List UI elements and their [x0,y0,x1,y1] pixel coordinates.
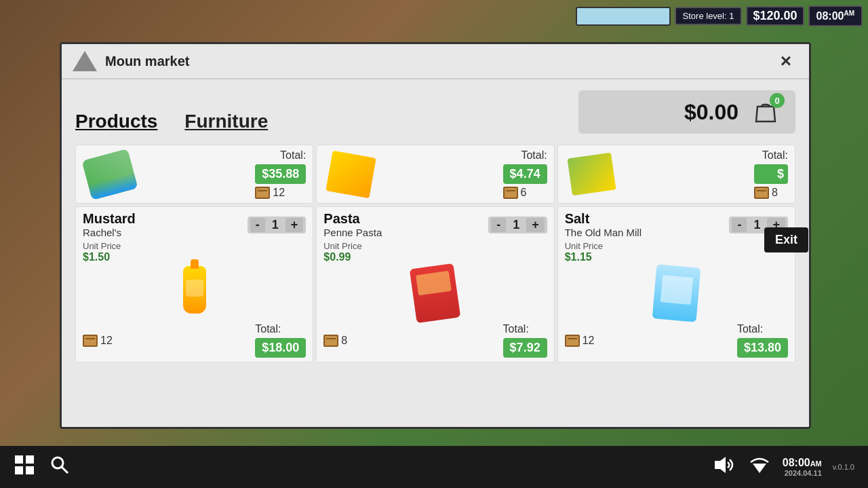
salt-footer: 12 Total: $13.80 [565,323,788,358]
wifi-icon [747,453,772,482]
total-value-top3: $ [754,164,788,184]
salt-unit-label: Unit Price [565,241,603,251]
mustard-unit-price: Unit Price $1.50 [83,241,121,263]
pasta-image-section [323,266,547,320]
stock-row-top2: 6 [503,187,547,199]
product-image-top3 [565,151,619,198]
pasta-total-section: Total: $7.92 [503,323,547,358]
product-card-pasta: Pasta Penne Pasta - 1 + Unit Price $0.99 [316,206,554,362]
salt-price-section: Unit Price $1.15 [565,241,788,263]
window-content: Products Furniture $0.00 0 [62,79,809,427]
hud-time: 08:00AM [808,5,863,26]
grid-icon[interactable] [14,454,35,481]
product-image-top2 [323,151,378,198]
cart-icon-wrap[interactable]: 0 [749,96,782,128]
pasta-name: Pasta [323,211,382,227]
pasta-qty: 1 [506,218,526,232]
hud-store-level: Store level: 1 [683,11,734,21]
pasta-minus-button[interactable]: - [491,218,506,232]
tabs-left: Products Furniture [75,111,268,134]
pasta-total-label: Total: [503,323,547,335]
pasta-plus-button[interactable]: + [526,218,545,232]
pasta-unit-price: Unit Price $0.99 [323,241,361,263]
title-bar-left: Moun market [73,49,189,73]
products-grid: Total: $35.88 12 Total: [75,145,795,362]
svg-line-5 [62,467,68,473]
pasta-total-value: $7.92 [503,338,547,358]
main-window: Moun market × Products Furniture $0.00 0 [60,42,811,429]
svg-marker-7 [753,464,766,473]
window-title: Moun market [105,54,189,69]
mustard-header: Mustard Rachel's - 1 + [83,211,306,238]
mustard-minus-button[interactable]: - [250,218,265,232]
salt-names: Salt The Old Man Mill [565,211,642,238]
box-icon-top3 [754,187,769,199]
salt-header: Salt The Old Man Mill - 1 + [565,211,788,238]
total-label-top1: Total: [255,149,306,162]
pasta-footer: 8 Total: $7.92 [323,323,547,358]
box-icon-top1 [255,187,270,199]
store-icon [73,49,97,73]
pasta-header: Pasta Penne Pasta - 1 + [323,211,547,238]
svg-point-4 [52,457,63,468]
card-bottom-pasta: Pasta Penne Pasta - 1 + Unit Price $0.99 [317,207,553,362]
hud-store-info: Store level: 1 [675,7,743,25]
yellow-top-image [568,153,616,196]
mustard-total-value: $18.00 [255,338,306,358]
mustard-box-icon [83,335,98,347]
taskbar-left [14,454,71,481]
stock-count-top1: 12 [273,187,285,199]
mustard-footer: 12 Total: $18.00 [83,323,306,358]
svg-rect-3 [26,466,34,474]
cart-total: $0.00 [684,100,738,125]
title-bar: Moun market × [62,44,809,79]
salt-brand: The Old Man Mill [565,227,642,238]
salt-unit-price: Unit Price $1.15 [565,241,603,263]
pasta-brand: Penne Pasta [323,227,382,238]
hud: Store level: 1 $120.00 08:00AM [576,5,863,26]
mustard-bottle [183,266,206,314]
card-bottom-mustard: Mustard Rachel's - 1 + Unit Price $1.50 [76,207,313,362]
pasta-box-icon [323,335,338,347]
mustard-total-section: Total: $18.00 [255,323,306,358]
salad-image [81,148,138,200]
salt-minus-button[interactable]: - [732,218,747,232]
stock-row-top3: 8 [754,187,788,199]
box-icon-top2 [503,187,518,199]
mustard-total-label: Total: [255,323,306,335]
search-icon[interactable] [49,454,71,481]
mustard-unit-label: Unit Price [83,241,121,251]
product-card-top1: Total: $35.88 12 [75,145,313,204]
product-card-top3: Total: $ 8 [557,145,795,204]
salt-box-icon [565,335,580,347]
mustard-image [178,266,212,320]
card-bottom-salt: Salt The Old Man Mill - 1 + Unit Price $… [558,207,795,362]
card-top2: Total: $4.74 6 [317,145,553,203]
pasta-stock: 8 [341,335,347,347]
mustard-names: Mustard Rachel's [83,211,136,238]
pasta-unit-label: Unit Price [323,241,361,251]
tab-products[interactable]: Products [75,111,157,134]
svg-rect-0 [15,455,23,464]
mustard-stock: 12 [100,335,113,347]
hud-money: $120.00 [746,6,804,26]
pasta-price-section: Unit Price $0.99 [323,241,547,263]
tab-furniture[interactable]: Furniture [184,111,268,134]
svg-marker-6 [715,457,726,473]
salt-image-section [565,266,788,320]
pasta-names: Pasta Penne Pasta [323,211,382,238]
taskbar-time: 08:00AM 2024.04.11 [783,457,822,477]
salt-total-value: $13.80 [737,338,788,358]
exit-tooltip[interactable]: Exit [764,227,808,252]
total-value-top2: $4.74 [503,164,547,184]
stock-count-top2: 6 [521,187,527,199]
salt-unit-value: $1.15 [565,251,603,263]
salt-name: Salt [565,211,642,227]
salt-stock: 12 [583,335,595,347]
product-card-mustard: Mustard Rachel's - 1 + Unit Price $1.50 [75,206,313,362]
mustard-plus-button[interactable]: + [285,218,304,232]
volume-icon[interactable] [712,453,736,482]
mustard-qty-control: - 1 + [248,217,307,233]
close-button[interactable]: × [774,49,798,73]
card-top3: Total: $ 8 [558,145,795,203]
